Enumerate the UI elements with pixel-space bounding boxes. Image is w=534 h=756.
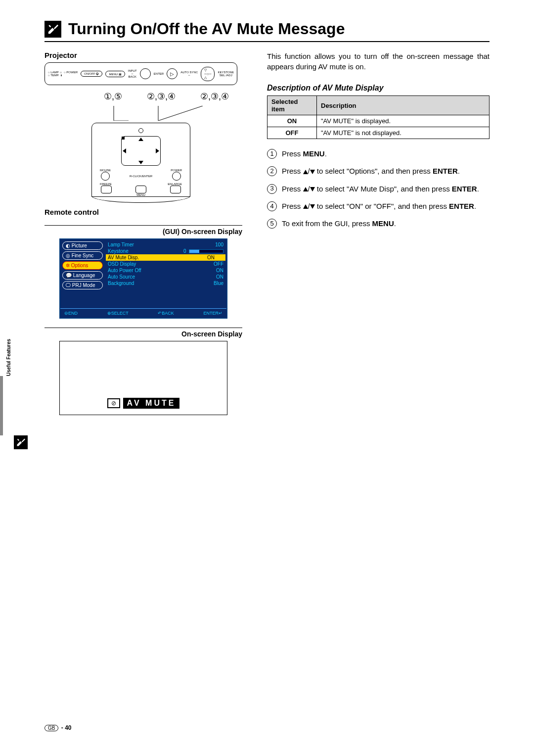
osd-heading: On-screen Display [44,328,242,338]
keystone-button[interactable]: ▽─○─△ [201,67,215,81]
table-row: OFF "AV MUTE" is not displayed. [267,127,490,139]
gui-back[interactable]: ↶BACK [158,311,174,316]
side-tab-label: Useful Features [6,339,11,376]
power-button[interactable] [172,172,181,181]
description-table: Selected item Description ON "AV MUTE" i… [267,95,490,139]
mouse-button[interactable] [101,172,110,181]
callout-234b: ②,③,④ [200,91,229,102]
desc-heading: Description of AV Mute Display [267,84,490,93]
table-row: ON "AV MUTE" is displayed. [267,115,490,127]
callout-lines [44,106,237,121]
down-arrow-icon [310,187,315,191]
tools-icon [44,21,61,38]
opt-keystone[interactable]: Keystone0 [108,248,223,254]
step-3: 3 Press / to select "AV Mute Disp", and … [267,183,490,194]
tab-options[interactable]: ✲ Options [62,261,103,270]
opt-av-mute-disp[interactable]: AV Mute Disp.ON [106,254,225,261]
av-mute-text: AV MUTE [123,398,180,409]
down-arrow-icon [310,204,315,209]
step-4: 4 Press / to select "ON" or "OFF", and t… [267,200,490,212]
th-description: Description [317,96,490,115]
autosync-button[interactable]: ▷ [167,68,178,79]
remote-control-label: Remote control [44,208,242,216]
input-button[interactable] [140,68,151,79]
side-tab-bar [0,376,3,435]
step-5: 5 To exit from the GUI, press MENU. [267,218,490,229]
gui-osd-heading: (GUI) On-screen Display [44,225,242,236]
side-tools-icon [14,435,28,449]
tab-language[interactable]: 💬 Language [62,271,103,280]
menu-button[interactable]: MENU ▦ [105,71,125,77]
page-title: Turning On/Off the AV Mute Message [68,20,345,38]
page-footer: GB - 40 [44,724,72,731]
gui-end[interactable]: ⊖END [64,311,78,316]
callout-234a: ②,③,④ [147,91,176,102]
gui-enter[interactable]: ENTER↵ [203,311,222,316]
enlarge-button[interactable] [170,186,181,193]
tab-prjmode[interactable]: 🖵 PRJ Mode [62,281,103,289]
opt-auto-source[interactable]: Auto SourceON [108,274,223,280]
remote-control-diagram: MOUSE POWER R-CLICK/ENTER FREEZE ENLARGE [91,123,190,197]
onoff-button[interactable]: ON/OFF ⏻ [81,71,102,77]
region-badge: GB [44,725,58,731]
up-arrow-icon [303,204,308,209]
projector-diagram: ○ LAMP ☼ ○ POWER○ TEMP. 🌡 ON/OFF ⏻ MENU … [44,62,237,203]
freeze-button[interactable] [101,186,112,193]
opt-background[interactable]: BackgroundBlue [108,280,223,286]
callout-1-5: ①,⑤ [104,91,122,102]
opt-osd-display[interactable]: OSD DisplayOFF [108,261,223,267]
svg-line-2 [158,106,203,121]
av-mute-icon: ⊘ [107,398,120,408]
gui-osd-panel: ◐ Picture ◎ Fine Sync ✲ Options 💬 Langua… [59,238,227,319]
title-row: Turning On/Off the AV Mute Message [44,20,490,42]
remote-dpad[interactable] [121,136,161,166]
opt-auto-power-off[interactable]: Auto Power OffON [108,267,223,274]
tab-picture[interactable]: ◐ Picture [62,241,103,250]
up-arrow-icon [303,187,308,191]
remote-menu-button[interactable] [135,186,146,193]
instruction-steps: 1 Press MENU. 2 Press / to select "Optio… [267,148,490,229]
step-1: 1 Press MENU. [267,148,490,159]
th-selected-item: Selected item [267,96,317,115]
step-2: 2 Press / to select "Options", and then … [267,165,490,177]
tab-finesync[interactable]: ◎ Fine Sync [62,251,103,260]
gui-select[interactable]: ⊕SELECT [107,311,129,316]
up-arrow-icon [303,170,308,174]
down-arrow-icon [310,170,315,174]
projector-label: Projector [44,51,242,59]
osd-preview: ⊘ AV MUTE [59,341,227,415]
opt-lamp-timer: Lamp Timer100 [108,241,223,248]
intro-text: This function allows you to turn off the… [267,51,490,72]
